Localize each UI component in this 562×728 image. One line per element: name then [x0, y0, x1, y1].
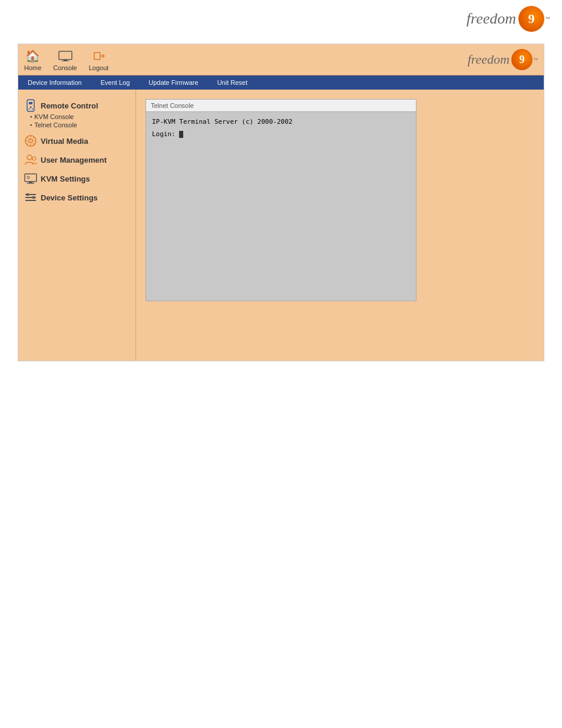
nav-bar: Device Information Event Log Update Firm… — [18, 75, 544, 90]
user-management-label: User Management — [41, 156, 107, 164]
svg-point-21 — [32, 157, 36, 160]
virtual-media-label: Virtual Media — [41, 137, 88, 146]
device-settings-icon — [24, 191, 37, 204]
toolbar: 🏠 Home Console Logout — [18, 44, 544, 75]
svg-rect-29 — [27, 193, 29, 196]
nav-event-log[interactable]: Event Log — [91, 78, 140, 87]
sidebar-section-virtual-media: Virtual Media — [24, 134, 130, 147]
toolbar-brand-text: freedom — [468, 52, 510, 67]
svg-rect-2 — [62, 61, 69, 61]
home-toolbar-item[interactable]: 🏠 Home — [24, 48, 41, 71]
sidebar-section-remote-control: Remote Control ▪ KVM Console ▪ Telnet Co… — [24, 99, 130, 129]
sidebar-item-kvm-settings[interactable]: KVM Settings — [24, 172, 130, 185]
top-tm: ™ — [545, 16, 550, 22]
svg-point-11 — [29, 139, 32, 143]
sidebar-section-device-settings: Device Settings — [24, 191, 130, 204]
telnet-line1: IP-KVM Terminal Server (c) 2000-2002 — [152, 118, 410, 126]
svg-rect-1 — [64, 60, 67, 61]
toolbar-brand-icon: 9 — [511, 49, 533, 70]
svg-point-9 — [32, 108, 33, 110]
telnet-console-box: Telnet Console IP-KVM Terminal Server (c… — [146, 99, 416, 301]
logout-label: Logout — [89, 64, 109, 71]
svg-rect-5 — [27, 100, 34, 111]
sidebar-item-kvm-console[interactable]: ▪ KVM Console — [24, 113, 130, 120]
svg-line-17 — [33, 143, 35, 145]
sidebar-item-virtual-media[interactable]: Virtual Media — [24, 134, 130, 147]
toolbar-tm: ™ — [533, 57, 538, 62]
logout-icon — [91, 48, 107, 64]
console-label: Console — [53, 64, 77, 71]
svg-rect-24 — [27, 183, 34, 184]
svg-rect-22 — [25, 174, 37, 182]
svg-point-8 — [28, 108, 29, 110]
home-icon: 🏠 — [25, 48, 41, 64]
virtual-media-icon — [24, 134, 37, 147]
svg-line-19 — [27, 143, 29, 145]
sidebar-item-telnet-console[interactable]: ▪ Telnet Console — [24, 121, 130, 129]
svg-rect-3 — [94, 52, 100, 60]
svg-line-16 — [27, 137, 29, 139]
telnet-console-label: Telnet Console — [34, 121, 77, 129]
sidebar-section-kvm-settings: KVM Settings — [24, 172, 130, 185]
remote-control-icon — [24, 99, 37, 112]
user-management-icon — [24, 153, 37, 166]
svg-rect-30 — [32, 196, 35, 199]
kvm-console-check-icon: ▪ — [30, 114, 32, 120]
svg-point-25 — [27, 176, 29, 179]
remote-control-label: Remote Control — [41, 101, 98, 110]
svg-rect-6 — [29, 102, 32, 104]
sidebar-item-user-management[interactable]: User Management — [24, 153, 130, 166]
telnet-console-content[interactable]: IP-KVM Terminal Server (c) 2000-2002 Log… — [146, 112, 416, 301]
nav-device-information[interactable]: Device Information — [18, 78, 91, 87]
device-settings-label: Device Settings — [41, 193, 98, 202]
nav-update-firmware[interactable]: Update Firmware — [139, 78, 207, 87]
kvm-console-label: KVM Console — [34, 113, 74, 120]
main-wrapper: 🏠 Home Console Logout — [18, 44, 544, 361]
sidebar: Remote Control ▪ KVM Console ▪ Telnet Co… — [18, 90, 136, 361]
telnet-console-check-icon: ▪ — [30, 122, 32, 128]
toolbar-logo: freedom 9 ™ — [468, 49, 538, 70]
kvm-settings-label: KVM Settings — [41, 174, 90, 183]
console-toolbar-item[interactable]: Console — [53, 48, 77, 71]
telnet-console-title: Telnet Console — [146, 100, 416, 112]
sidebar-section-user-management: User Management — [24, 153, 130, 166]
console-icon — [57, 48, 74, 64]
home-label: Home — [24, 64, 41, 71]
svg-point-7 — [30, 107, 32, 108]
logout-toolbar-item[interactable]: Logout — [89, 48, 109, 71]
top-logo-bar: freedom 9 ™ — [0, 0, 562, 38]
top-logo: freedom 9 ™ — [467, 6, 550, 32]
svg-point-20 — [27, 155, 32, 160]
top-brand-text: freedom — [467, 10, 516, 28]
telnet-cursor — [179, 131, 183, 138]
nav-unit-reset[interactable]: Unit Reset — [208, 78, 257, 87]
main-panel: Telnet Console IP-KVM Terminal Server (c… — [136, 90, 544, 361]
svg-rect-0 — [59, 51, 72, 60]
sidebar-item-remote-control[interactable]: Remote Control — [24, 99, 130, 112]
kvm-settings-icon — [24, 172, 37, 185]
svg-rect-23 — [29, 182, 32, 183]
telnet-line2: Login: — [152, 130, 410, 138]
top-brand-icon: 9 — [518, 6, 544, 32]
sidebar-item-device-settings[interactable]: Device Settings — [24, 191, 130, 204]
content-area: Remote Control ▪ KVM Console ▪ Telnet Co… — [18, 90, 544, 361]
svg-line-18 — [33, 137, 35, 139]
